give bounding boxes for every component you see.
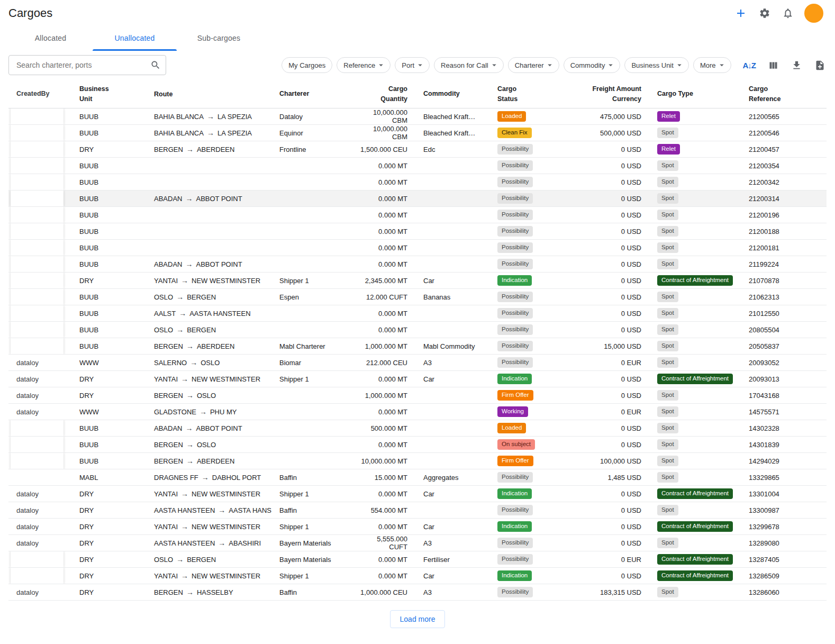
cell-created-by [8, 469, 71, 485]
cell-route [146, 214, 271, 216]
load-more-button[interactable]: Load more [390, 610, 446, 628]
column-header-created-by[interactable]: CreatedBy [8, 80, 71, 108]
filter-chip-more[interactable]: More [693, 57, 731, 73]
filter-chip-commodity[interactable]: Commodity [564, 57, 621, 73]
table-row[interactable]: DRYBERGEN→ABERDEENFrontline1,500.000 CEU… [8, 141, 827, 158]
route-destination: OSLO [201, 359, 220, 367]
table-row[interactable]: BUUBOSLO→BERGENEspen12.000 CUFTBananasPo… [8, 289, 827, 305]
table-row[interactable]: BUUB0.000 MTPossibility0 USDSpot21200196 [8, 207, 827, 223]
cell-cargo-status: Possibility [489, 472, 580, 483]
table-row[interactable]: BUUBBAHIA BLANCA→LA SPEZIAEquinor10,000.… [8, 125, 827, 141]
tab-bar: AllocatedUnallocatedSub-cargoes [0, 25, 835, 51]
tab-sub-cargoes[interactable]: Sub-cargoes [177, 25, 261, 51]
column-header-commodity[interactable]: Commodity [415, 89, 489, 99]
filter-chip-reference[interactable]: Reference [337, 57, 391, 73]
cell-freight-amount: 0 USD [580, 310, 649, 318]
cell-cargo-type: Contract of Affreightment [649, 521, 742, 532]
columns-button[interactable] [767, 59, 780, 72]
table-row[interactable]: dataloyDRYAASTA HANSTEEN→ABASHIRIBayern … [8, 535, 827, 551]
search-input[interactable] [8, 55, 166, 75]
table-row[interactable]: BUUB0.000 MTPossibility0 USDSpot21200181 [8, 240, 827, 256]
filter-chip-my-cargoes[interactable]: My Cargoes [282, 57, 332, 73]
table-row[interactable]: DRYOSLO→BERGENBayern Materials0.000 MTFe… [8, 551, 827, 568]
table-row[interactable]: BUUBBERGEN→OSLO0.000 MTOn subject0 USDSp… [8, 437, 827, 453]
cell-business-unit: DRY [71, 588, 146, 596]
table-row[interactable]: dataloyDRYBERGEN→HASSELBYBaffin1,000.000… [8, 584, 827, 601]
route-destination: HASSELBY [197, 588, 233, 596]
add-file-icon [814, 60, 825, 71]
column-header-cargo-quantity[interactable]: CargoQuantity [351, 84, 415, 105]
table-row[interactable]: BUUB0.000 MTPossibility0 USDSpot21200354 [8, 158, 827, 174]
cell-freight-amount: 0 USD [580, 162, 649, 170]
filter-chip-port[interactable]: Port [395, 57, 430, 73]
cell-commodity: Fertiliser [415, 556, 489, 564]
cell-business-unit: WWW [71, 359, 146, 367]
cell-commodity: Bleached Kraft… [415, 113, 489, 121]
table-row[interactable]: BUUBABADAN→ABBOT POINT0.000 MTPossibilit… [8, 256, 827, 273]
cell-cargo-status: Possibility [489, 210, 580, 220]
table-row[interactable]: dataloyDRYYANTAI→NEW WESTMINSTERShipper … [8, 486, 827, 502]
column-header-cargo-reference[interactable]: CargoReference [742, 84, 827, 105]
cell-cargo-reference: 21062313 [742, 293, 827, 301]
route-arrow-icon: → [186, 440, 194, 449]
cell-route: GLADSTONE→PHU MY [146, 406, 271, 418]
user-avatar[interactable] [804, 4, 823, 23]
route-origin: BERGEN [154, 441, 183, 449]
table-row[interactable]: BUUBABADAN→ABBOT POINT500.000 MTLoaded0 … [8, 420, 827, 437]
table-row[interactable]: dataloyDRYBERGEN→OSLO1,000.000 MTFirm Of… [8, 387, 827, 404]
cell-cargo-reference: 21012550 [742, 310, 827, 318]
tab-unallocated[interactable]: Unallocated [93, 25, 177, 51]
column-header-freight-amount-currency[interactable]: Freight AmountCurrency [580, 84, 649, 105]
table-row[interactable]: BUUB0.000 MTPossibility0 USDSpot21200342 [8, 174, 827, 191]
cargoes-app: Cargoes AllocatedUnallocatedSub-cargoes … [0, 0, 835, 642]
settings-button[interactable] [758, 6, 772, 20]
filter-chip-business-unit[interactable]: Business Unit [624, 57, 688, 73]
filter-chip-charterer[interactable]: Charterer [508, 57, 559, 73]
filter-chip-label: Port [402, 61, 414, 69]
table-row[interactable]: dataloyDRYYANTAI→NEW WESTMINSTERShipper … [8, 371, 827, 387]
table-row[interactable]: BUUB0.000 MTPossibility0 USDSpot21200188 [8, 223, 827, 240]
cell-business-unit: DRY [71, 539, 146, 547]
route-origin: ABADAN [154, 260, 182, 268]
table-row[interactable]: BUUBOSLO→BERGEN0.000 MTPossibility0 USDS… [8, 322, 827, 338]
cell-business-unit: WWW [71, 408, 146, 416]
table-row[interactable]: dataloyDRYAASTA HANSTEEN→AASTA HANSTEENB… [8, 502, 827, 519]
column-header-business-unit[interactable]: BusinessUnit [71, 84, 146, 105]
cell-cargo-quantity: 5,555.000 CUFT [351, 535, 415, 551]
filter-chip-label: More [700, 61, 716, 69]
cell-freight-amount: 0 USD [580, 539, 649, 547]
table-row[interactable]: BUUBBERGEN→ABERDEEN10,000.000 MTFirm Off… [8, 453, 827, 469]
column-header-cargo-status[interactable]: CargoStatus [489, 84, 580, 105]
export-file-button[interactable] [813, 59, 827, 72]
table-row[interactable]: dataloyDRYYANTAI→NEW WESTMINSTERShipper … [8, 519, 827, 535]
cell-cargo-reference: 20093013 [742, 375, 827, 383]
table-row[interactable]: MABLDRAGNES FF→DABHOL PORTBaffin15.000 M… [8, 469, 827, 486]
cell-freight-amount: 0 EUR [580, 359, 649, 367]
table-row[interactable]: dataloyWWWSALERNO→OSLOBiomar212.000 CEUA… [8, 355, 827, 371]
table-row[interactable]: DRYYANTAI→NEW WESTMINSTERShipper 10.000 … [8, 568, 827, 584]
tab-allocated[interactable]: Allocated [8, 25, 93, 51]
table-row[interactable]: DRYYANTAI→NEW WESTMINSTERShipper 12,345.… [8, 273, 827, 289]
search-icon[interactable] [150, 60, 161, 70]
cell-business-unit: BUUB [71, 195, 146, 203]
column-header-charterer[interactable]: Charterer [271, 89, 351, 99]
table-row[interactable]: BUUBABADAN→ABBOT POINT0.000 MTPossibilit… [8, 191, 827, 207]
table-row[interactable]: BUUBBAHIA BLANCA→LA SPEZIADataloy10,000.… [8, 108, 827, 125]
cell-created-by [8, 437, 71, 452]
cargo-status-badge: Possibility [497, 160, 533, 171]
cell-cargo-reference: 21200354 [742, 162, 827, 170]
cell-business-unit: BUUB [71, 162, 146, 170]
notifications-button[interactable] [781, 6, 795, 20]
table-row[interactable]: dataloyWWWGLADSTONE→PHU MY0.000 MTWorkin… [8, 404, 827, 420]
cell-cargo-status: Indication [489, 521, 580, 532]
column-header-cargo-type[interactable]: Cargo Type [649, 89, 742, 99]
add-button[interactable] [733, 6, 748, 21]
table-row[interactable]: BUUBBERGEN→ABERDEENMabl Charterer1,000.0… [8, 338, 827, 355]
sort-az-button[interactable]: A↓Z [742, 60, 757, 71]
cell-cargo-quantity: 2,345.000 MT [351, 277, 415, 285]
column-header-route[interactable]: Route [146, 89, 271, 100]
cell-cargo-status: Possibility [489, 357, 580, 368]
filter-chip-reason-for-call[interactable]: Reason for Call [434, 57, 504, 73]
download-button[interactable] [790, 59, 803, 72]
table-row[interactable]: BUUBAALST→AASTA HANSTEEN0.000 MTPossibil… [8, 305, 827, 322]
